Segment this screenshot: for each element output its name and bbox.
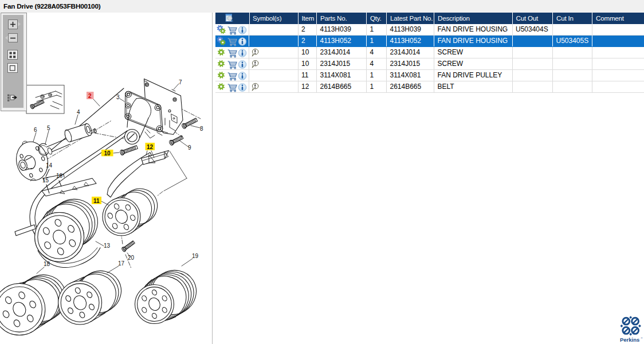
svg-text:13: 13 <box>104 243 111 249</box>
svg-text:4: 4 <box>77 109 80 115</box>
svg-text:18: 18 <box>44 261 50 267</box>
svg-text:14: 14 <box>46 162 53 169</box>
svg-text:10: 10 <box>104 150 111 157</box>
svg-text:9: 9 <box>188 144 191 151</box>
svg-text:11: 11 <box>93 198 100 204</box>
svg-text:2: 2 <box>88 93 92 99</box>
svg-text:17: 17 <box>118 260 125 267</box>
svg-text:6: 6 <box>34 127 37 133</box>
svg-text:8: 8 <box>200 126 203 132</box>
svg-text:7: 7 <box>179 79 182 85</box>
svg-text:16: 16 <box>56 173 63 179</box>
svg-text:19: 19 <box>192 253 199 259</box>
svg-text:3: 3 <box>116 94 120 100</box>
svg-text:5: 5 <box>47 125 50 131</box>
svg-text:Perkins: Perkins <box>620 337 639 343</box>
svg-text:®: ® <box>641 337 643 339</box>
svg-text:12: 12 <box>147 144 154 150</box>
svg-text:20: 20 <box>128 255 135 261</box>
svg-text:15: 15 <box>42 177 49 183</box>
